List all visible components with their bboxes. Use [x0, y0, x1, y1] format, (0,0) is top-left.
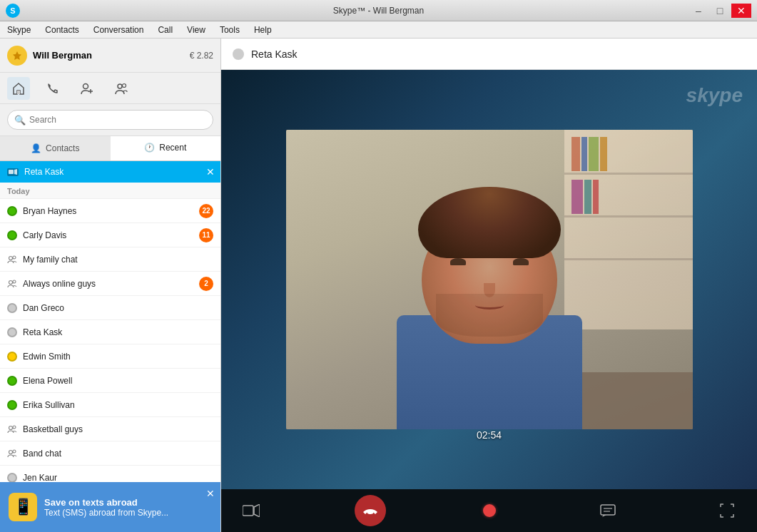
contact-name: My family chat [23, 255, 213, 265]
list-item[interactable]: Band chat [0, 441, 220, 466]
title-bar: S Skype™ - Will Bergman – □ ✕ [0, 0, 757, 21]
tab-contacts[interactable]: 👤 Contacts [0, 136, 111, 160]
notification-close-button[interactable]: ✕ [206, 488, 215, 499]
search-input[interactable] [7, 110, 213, 130]
person-hair [418, 187, 561, 258]
contacts-icon: 👤 [31, 143, 41, 153]
video-call-icon [7, 168, 19, 176]
contact-name: Bryan Haynes [23, 206, 193, 216]
contact-name: Carly Davis [23, 230, 193, 240]
video-frame [286, 130, 693, 429]
record-button[interactable] [474, 495, 505, 526]
notification-text: Save on texts abroad Text (SMS) abroad f… [44, 497, 168, 518]
status-offline-icon [7, 473, 17, 483]
right-panel: Reta Kask skype [221, 39, 757, 532]
active-contact-item[interactable]: Reta Kask ✕ [0, 161, 220, 183]
fullscreen-button[interactable] [711, 495, 743, 526]
chat-button[interactable] [592, 495, 624, 526]
close-active-contact-button[interactable]: ✕ [206, 166, 215, 178]
list-item[interactable]: Carly Davis 11 [0, 223, 220, 247]
contact-name: Elena Powell [23, 376, 213, 386]
phone-icon[interactable] [41, 77, 64, 100]
call-contact-name: Reta Kask [251, 48, 298, 60]
status-online-icon [7, 376, 17, 386]
svg-point-13 [9, 426, 13, 429]
minimize-button[interactable]: – [689, 4, 708, 18]
call-contact-status-icon [233, 48, 244, 60]
svg-marker-0 [13, 51, 21, 60]
svg-marker-8 [14, 169, 17, 175]
call-header: Reta Kask [221, 39, 757, 70]
call-timer-container: 02:54 [477, 429, 502, 441]
home-icon[interactable] [7, 77, 30, 100]
menu-call[interactable]: Call [151, 21, 180, 38]
group-icon [7, 424, 17, 434]
active-contact-name: Reta Kask [24, 167, 63, 177]
video-area: skype [221, 70, 757, 489]
group-icon [7, 255, 17, 265]
list-item[interactable]: Reta Kask [0, 320, 220, 344]
video-toggle-button[interactable] [235, 495, 267, 526]
skype-watermark: skype [686, 84, 743, 107]
menu-contacts[interactable]: Contacts [38, 21, 86, 38]
contact-name: Edwin Smith [23, 352, 213, 362]
contact-name: Erika Sullivan [23, 400, 213, 410]
maximize-button[interactable]: □ [710, 4, 730, 18]
search-box: 🔍 [0, 104, 220, 136]
svg-point-5 [118, 84, 122, 88]
add-contact-icon[interactable] [76, 77, 98, 100]
people-icon[interactable] [110, 77, 133, 100]
svg-rect-1 [17, 91, 20, 94]
group-icon [7, 279, 17, 289]
list-item[interactable]: Elena Powell [0, 369, 220, 393]
call-timer: 02:54 [477, 429, 502, 441]
contact-name: Basketball guys [23, 424, 213, 434]
list-item[interactable]: Dan Greco [0, 296, 220, 320]
profile-credit: € 2.82 [190, 51, 213, 61]
menu-help[interactable]: Help [247, 21, 279, 38]
contact-name: Jen Kaur [23, 473, 213, 483]
notification-body: Text (SMS) abroad from Skype... [44, 508, 168, 518]
menu-conversation[interactable]: Conversation [86, 21, 151, 38]
bookshelf-bg [564, 130, 693, 329]
recent-icon: 🕐 [144, 143, 155, 153]
svg-marker-18 [254, 504, 260, 517]
profile-name: Will Bergman [33, 50, 184, 61]
list-item[interactable]: Basketball guys [0, 417, 220, 441]
list-item[interactable]: Always online guys 2 [0, 272, 220, 296]
toolbar [0, 73, 220, 104]
contacts-tab-label: Contacts [46, 143, 79, 153]
menu-tools[interactable]: Tools [213, 21, 247, 38]
svg-point-12 [13, 280, 16, 283]
window-title: Skype™ - Will Bergman [333, 6, 424, 16]
notification-icon: 📱 [9, 493, 37, 521]
date-divider-today: Today [0, 183, 220, 199]
main-layout: Will Bergman € 2.82 🔍 [0, 39, 757, 532]
status-offline-icon [7, 327, 17, 337]
unread-badge: 2 [199, 277, 213, 291]
list-item[interactable]: Jen Kaur [0, 466, 220, 482]
status-online-icon [7, 230, 17, 240]
menu-view[interactable]: View [180, 21, 213, 38]
call-controls [221, 489, 757, 532]
contact-name: Dan Greco [23, 303, 213, 313]
status-online-icon [7, 206, 17, 216]
list-item[interactable]: Erika Sullivan [0, 393, 220, 417]
svg-point-9 [9, 256, 13, 260]
list-item[interactable]: Edwin Smith [0, 344, 220, 369]
status-offline-icon [7, 303, 17, 313]
menu-skype[interactable]: Skype [0, 21, 38, 38]
notification-banner: 📱 Save on texts abroad Text (SMS) abroad… [0, 482, 220, 532]
search-icon: 🔍 [14, 115, 26, 126]
tab-recent[interactable]: 🕐 Recent [111, 136, 221, 160]
svg-point-11 [9, 280, 13, 284]
person-head-container [422, 187, 557, 344]
list-item[interactable]: Bryan Haynes 22 [0, 199, 220, 223]
close-button[interactable]: ✕ [731, 4, 751, 18]
svg-point-16 [13, 450, 16, 453]
group-icon [7, 449, 17, 459]
end-call-button[interactable] [355, 495, 386, 526]
window-controls: – □ ✕ [689, 4, 751, 18]
unread-badge: 22 [199, 204, 213, 218]
list-item[interactable]: My family chat [0, 247, 220, 272]
